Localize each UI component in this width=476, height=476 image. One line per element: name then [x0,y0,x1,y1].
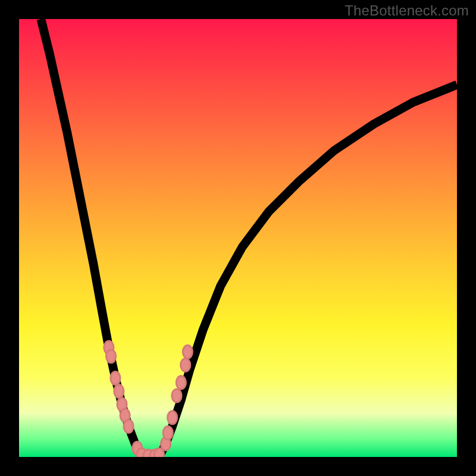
scatter-point [181,358,190,371]
scatter-point [168,411,177,424]
scatter-point [111,371,120,384]
scatter-point [114,385,124,398]
curve-right [159,84,457,457]
chart-svg [19,19,457,457]
watermark-text: TheBottleneck.com [345,2,469,19]
scatter-point [172,389,181,402]
scatter-point [183,345,192,358]
scatter-point [106,350,115,363]
scatter-point [176,376,186,389]
plot-area [19,19,457,457]
curve-left [41,19,142,457]
scatter-point [163,426,173,439]
scatter-point [124,419,133,433]
chart-container: TheBottleneck.com [0,0,476,476]
